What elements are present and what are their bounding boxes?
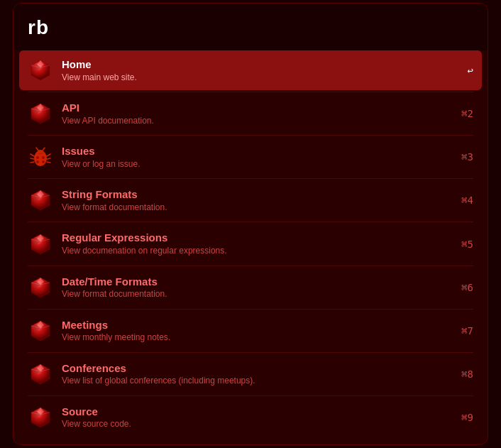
menu-item-shortcut: ⌘5 (461, 239, 473, 250)
menu-item-subtitle: View format documentation. (62, 289, 461, 300)
menu-divider (28, 135, 473, 136)
menu-item-title: Regular Expressions (62, 231, 461, 245)
menu-item-shortcut: ⌘2 (461, 108, 473, 119)
menu-item-subtitle: View source code. (62, 419, 461, 430)
menu-divider (28, 222, 473, 222)
svg-line-18 (31, 154, 34, 156)
menu-item-api[interactable]: APIView API documenation.⌘2 (19, 94, 482, 133)
menu-item-subtitle: View or log an issue. (62, 159, 461, 170)
menu-divider (28, 178, 473, 179)
menu-item-meetings[interactable]: MeetingsView monthly meeting notes.⌘7 (19, 311, 482, 351)
ruby-icon (28, 318, 53, 344)
menu-divider (28, 266, 473, 266)
menu-item-shortcut: ⌘9 (461, 412, 473, 423)
menu-item-title: Issues (62, 144, 461, 158)
ruby-icon (28, 361, 53, 387)
menu-item-title: String Formats (62, 187, 461, 202)
menu-item-subtitle: View main web site. (62, 72, 468, 84)
menu-item-shortcut: ⌘6 (461, 282, 473, 293)
svg-line-21 (47, 154, 50, 156)
menu-item-datetime-formats[interactable]: Date/Time FormatsView format documentati… (19, 268, 482, 307)
ruby-icon (28, 405, 53, 430)
menu-item-title: Home (62, 58, 468, 72)
svg-line-24 (36, 148, 38, 151)
svg-line-23 (47, 162, 50, 163)
menu-item-shortcut: ⌘4 (461, 195, 473, 206)
menu-item-title: Source (62, 405, 461, 419)
menu-list: HomeView main web site.↩ APIView API doc… (13, 50, 488, 437)
menu-item-string-formats[interactable]: String FormatsView format documentation.… (19, 180, 482, 220)
bug-icon (28, 144, 53, 170)
menu-item-title: API (62, 101, 461, 115)
ruby-icon (28, 58, 53, 83)
menu-item-title: Date/Time Formats (62, 275, 461, 289)
svg-point-17 (42, 160, 45, 163)
menu-item-regular-expressions[interactable]: Regular ExpressionsView documenation on … (19, 224, 482, 263)
menu-item-home[interactable]: HomeView main web site.↩ (19, 50, 482, 90)
menu-item-shortcut: ⌘8 (461, 368, 473, 380)
menu-item-subtitle: View API documenation. (62, 116, 461, 127)
menu-item-issues[interactable]: IssuesView or log an issue.⌘3 (19, 137, 482, 177)
menu-divider (28, 92, 473, 92)
ruby-icon (28, 231, 53, 257)
svg-line-20 (31, 162, 34, 163)
app-title: rb (28, 16, 49, 38)
menu-divider (28, 395, 473, 396)
menu-item-title: Meetings (62, 318, 461, 332)
svg-point-14 (36, 156, 39, 159)
ruby-icon (28, 187, 53, 213)
menu-item-subtitle: View format documentation. (62, 202, 461, 214)
title-bar: rb (13, 4, 488, 50)
menu-item-shortcut: ⌘3 (461, 151, 473, 163)
menu-item-shortcut: ⌘7 (461, 325, 473, 337)
menu-divider (28, 352, 473, 353)
menu-item-subtitle: View documenation on regular expressions… (62, 246, 461, 257)
svg-point-15 (42, 156, 45, 159)
ruby-icon (28, 101, 53, 126)
menu-item-subtitle: View monthly meeting notes. (62, 332, 461, 344)
menu-item-conferences[interactable]: ConferencesView list of global conferenc… (19, 354, 482, 394)
app-window: rb HomeView main web site.↩ (13, 3, 488, 445)
svg-line-25 (43, 148, 45, 151)
svg-line-22 (47, 158, 50, 159)
svg-line-19 (31, 158, 34, 159)
ruby-icon (28, 275, 53, 300)
menu-item-title: Conferences (62, 361, 461, 376)
menu-divider (28, 309, 473, 310)
menu-item-source[interactable]: SourceView source code.⌘9 (19, 398, 482, 437)
svg-point-16 (36, 160, 39, 163)
menu-item-shortcut: ↩ (468, 65, 473, 76)
menu-item-subtitle: View list of global conferences (includi… (62, 376, 461, 387)
